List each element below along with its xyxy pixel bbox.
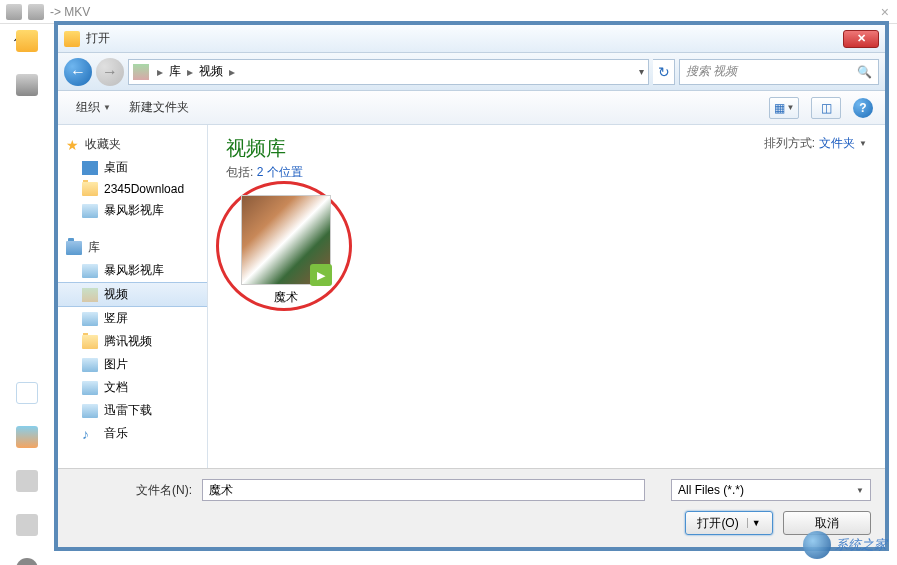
dock-spacer	[16, 294, 38, 316]
file-open-dialog: 打开 ✕ ← → ▸ 库 ▸ 视频 ▸ ▾ ↻ 搜索 视频 🔍 组织 ▼ 新建文…	[54, 21, 889, 551]
help-button[interactable]: ?	[853, 98, 873, 118]
globe-icon	[803, 531, 831, 559]
app-icon-2	[28, 4, 44, 20]
search-input[interactable]: 搜索 视频 🔍	[679, 59, 879, 85]
sidebar-item-desktop[interactable]: 桌面	[58, 156, 207, 179]
libraries-icon	[66, 241, 82, 255]
breadcrumb-item[interactable]: 视频	[199, 63, 223, 80]
preview-icon: ◫	[821, 101, 832, 115]
music-icon: ♪	[82, 427, 98, 441]
sidebar-item-pictures[interactable]: 图片	[58, 353, 207, 376]
open-button[interactable]: 打开(O) ▼	[685, 511, 773, 535]
left-dock	[12, 30, 42, 565]
breadcrumb-item[interactable]: 库	[169, 63, 181, 80]
dock-icon-gray[interactable]	[16, 470, 38, 492]
sidebar-item-vertical[interactable]: 竖屏	[58, 307, 207, 330]
filter-value: All Files (*.*)	[678, 483, 744, 497]
library-icon	[82, 404, 98, 418]
dialog-bottom-bar: 文件名(N): All Files (*.*) ▼ 打开(O) ▼ 取消	[58, 468, 885, 547]
library-icon	[82, 204, 98, 218]
new-folder-label: 新建文件夹	[129, 99, 189, 116]
dialog-title: 打开	[86, 30, 843, 47]
dock-spacer	[16, 338, 38, 360]
folder-icon	[82, 182, 98, 196]
sidebar-item-music[interactable]: ♪音乐	[58, 422, 207, 445]
search-placeholder: 搜索 视频	[686, 63, 737, 80]
sort-control[interactable]: 排列方式: 文件夹 ▼	[764, 135, 867, 152]
preview-pane-button[interactable]: ◫	[811, 97, 841, 119]
sidebar-item-videos[interactable]: 视频	[58, 282, 207, 307]
parent-window-title: -> MKV	[50, 5, 90, 19]
chevron-down-icon: ▼	[787, 103, 795, 112]
library-icon	[82, 312, 98, 326]
dock-icon-movie[interactable]	[16, 74, 38, 96]
sidebar-item-baofeng[interactable]: 暴风影视库	[58, 199, 207, 222]
sidebar-group-favorites[interactable]: ★ 收藏夹	[58, 133, 207, 156]
star-icon: ★	[66, 137, 79, 153]
chevron-right-icon[interactable]: ▸	[183, 65, 197, 79]
close-button[interactable]: ✕	[843, 30, 879, 48]
filename-label: 文件名(N):	[72, 482, 192, 499]
sidebar-item-xunlei[interactable]: 迅雷下载	[58, 399, 207, 422]
chevron-right-icon[interactable]: ▸	[153, 65, 167, 79]
content-area: 视频库 包括: 2 个位置 排列方式: 文件夹 ▼ 魔术	[208, 125, 885, 468]
sidebar-item-tencent[interactable]: 腾讯视频	[58, 330, 207, 353]
library-icon	[82, 264, 98, 278]
dialog-titlebar: 打开 ✕	[58, 25, 885, 53]
library-includes: 包括: 2 个位置	[226, 164, 303, 181]
new-folder-button[interactable]: 新建文件夹	[123, 96, 195, 119]
dock-icon-drive[interactable]	[16, 514, 38, 536]
sidebar-group-libraries[interactable]: 库	[58, 236, 207, 259]
video-icon	[82, 288, 98, 302]
includes-link[interactable]: 2 个位置	[257, 165, 303, 179]
organize-menu[interactable]: 组织 ▼	[70, 96, 117, 119]
video-thumbnail[interactable]	[241, 195, 331, 285]
organize-label: 组织	[76, 99, 100, 116]
library-title: 视频库	[226, 135, 303, 162]
sidebar-item-downloads[interactable]: 2345Download	[58, 179, 207, 199]
app-icon	[6, 4, 22, 20]
refresh-button[interactable]: ↻	[653, 59, 675, 85]
sort-label: 排列方式:	[764, 135, 815, 152]
nav-bar: ← → ▸ 库 ▸ 视频 ▸ ▾ ↻ 搜索 视频 🔍	[58, 53, 885, 91]
location-icon	[133, 64, 149, 80]
chevron-right-icon[interactable]: ▸	[225, 65, 239, 79]
chevron-down-icon: ▼	[856, 486, 864, 495]
nav-back-button[interactable]: ←	[64, 58, 92, 86]
desktop-icon	[82, 161, 98, 175]
favorites-label: 收藏夹	[85, 136, 121, 153]
view-icon: ▦	[774, 101, 785, 115]
split-chevron-icon[interactable]: ▼	[747, 518, 761, 528]
file-item[interactable]: 魔术	[226, 195, 346, 306]
filename-input[interactable]	[202, 479, 645, 501]
sidebar: ★ 收藏夹 桌面 2345Download 暴风影视库 库 暴风影视库 视频 竖…	[58, 125, 208, 468]
dock-spacer	[16, 162, 38, 184]
sidebar-item-documents[interactable]: 文档	[58, 376, 207, 399]
dock-icon-photo[interactable]	[16, 426, 38, 448]
file-name: 魔术	[226, 289, 346, 306]
dock-icon-gear[interactable]	[16, 558, 38, 565]
chevron-down-icon: ▼	[859, 139, 867, 148]
nav-forward-button: →	[96, 58, 124, 86]
libraries-label: 库	[88, 239, 100, 256]
watermark: 系统之家	[803, 531, 887, 559]
dialog-icon	[64, 31, 80, 47]
sidebar-item-baofeng-lib[interactable]: 暴风影视库	[58, 259, 207, 282]
folder-icon	[82, 335, 98, 349]
toolbar: 组织 ▼ 新建文件夹 ▦ ▼ ◫ ?	[58, 91, 885, 125]
view-mode-button[interactable]: ▦ ▼	[769, 97, 799, 119]
breadcrumb[interactable]: ▸ 库 ▸ 视频 ▸ ▾	[128, 59, 649, 85]
dock-icon-folder[interactable]	[16, 30, 38, 52]
pictures-icon	[82, 358, 98, 372]
parent-close-icon[interactable]: ×	[881, 4, 889, 20]
breadcrumb-dropdown-icon[interactable]: ▾	[639, 66, 644, 77]
dock-spacer	[16, 206, 38, 228]
file-type-filter[interactable]: All Files (*.*) ▼	[671, 479, 871, 501]
search-icon[interactable]: 🔍	[857, 65, 872, 79]
sort-value[interactable]: 文件夹	[819, 135, 855, 152]
chevron-down-icon: ▼	[103, 103, 111, 112]
documents-icon	[82, 381, 98, 395]
dock-icon-music[interactable]	[16, 382, 38, 404]
dock-spacer	[16, 118, 38, 140]
dock-spacer	[16, 250, 38, 272]
